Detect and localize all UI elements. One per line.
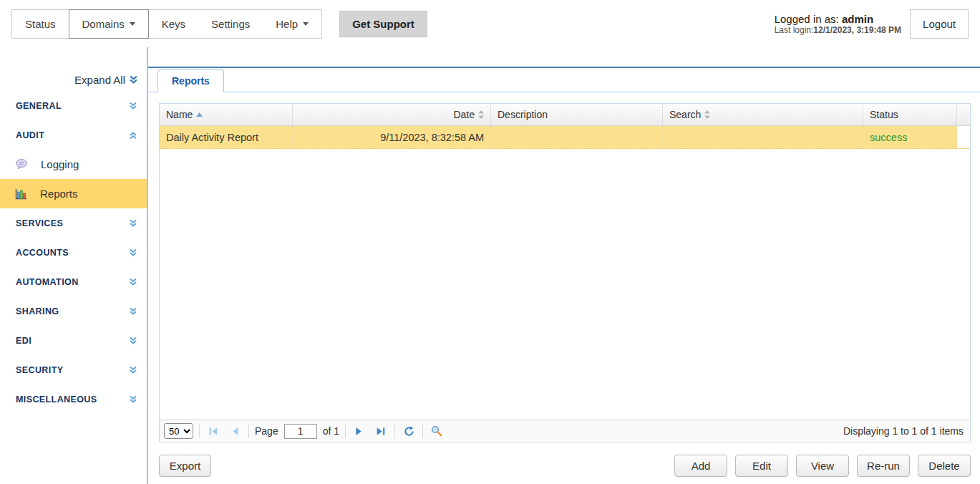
- refresh-button[interactable]: [401, 423, 417, 439]
- filter-search-button[interactable]: [429, 423, 445, 439]
- sidebar-item-reports[interactable]: Reports: [0, 179, 147, 208]
- table-header: Name Date Description Search Status: [160, 104, 970, 126]
- divider: [345, 424, 346, 438]
- page-of-label: of 1: [323, 425, 339, 437]
- delete-button[interactable]: Delete: [918, 455, 971, 477]
- divider: [199, 424, 200, 438]
- sidebar-item-automation[interactable]: AUTOMATION: [0, 267, 147, 296]
- sidebar-item-label: Reports: [40, 188, 78, 200]
- sort-ascending-icon: [196, 112, 203, 117]
- logout-button[interactable]: Logout: [910, 9, 969, 39]
- sidebar-item-label: SECURITY: [16, 365, 63, 375]
- action-button-bar: Export Add Edit View Re-run Delete: [159, 455, 971, 477]
- caret-down-icon: [303, 22, 309, 26]
- nav-settings-label: Settings: [211, 18, 250, 30]
- cell-search: [663, 126, 863, 148]
- first-page-button[interactable]: [205, 423, 221, 439]
- tab-bar: Reports: [148, 68, 980, 92]
- sidebar-item-general[interactable]: GENERAL: [0, 91, 147, 120]
- nav-domains-label: Domains: [82, 18, 125, 30]
- content-area: Reports Name Date Description Search: [148, 67, 980, 484]
- next-page-button[interactable]: [351, 423, 367, 439]
- column-header-description[interactable]: Description: [491, 104, 663, 125]
- sidebar-item-label: SERVICES: [16, 218, 63, 228]
- column-header-name[interactable]: Name: [160, 104, 293, 125]
- get-support-button[interactable]: Get Support: [339, 11, 427, 37]
- double-chevron-down-icon: [129, 219, 137, 228]
- logged-in-prefix: Logged in as:: [775, 13, 842, 25]
- sidebar-item-label: SHARING: [16, 306, 59, 316]
- magnifier-icon: [431, 425, 442, 437]
- pagination-summary: Displaying 1 to 1 of 1 items: [843, 425, 964, 437]
- edit-button[interactable]: Edit: [735, 455, 788, 477]
- divider: [422, 424, 423, 438]
- column-label: Status: [870, 109, 898, 120]
- sidebar-item-edi[interactable]: EDI: [0, 326, 147, 355]
- speech-bubble-icon: [15, 158, 29, 170]
- table-row[interactable]: Daily Activity Report 9/11/2023, 8:32:58…: [160, 126, 970, 149]
- divider: [394, 424, 395, 438]
- double-chevron-down-icon: [129, 395, 137, 404]
- double-chevron-down-icon: [129, 248, 137, 257]
- nav-domains[interactable]: Domains: [69, 9, 149, 39]
- refresh-icon: [404, 426, 414, 437]
- nav-keys[interactable]: Keys: [149, 10, 198, 38]
- expand-all-button[interactable]: Expand All: [0, 69, 147, 91]
- double-chevron-down-icon: [129, 307, 137, 316]
- sidebar-item-sharing[interactable]: SHARING: [0, 296, 147, 326]
- column-header-search[interactable]: Search: [663, 104, 863, 125]
- nav-status[interactable]: Status: [12, 10, 69, 38]
- cell-name: Daily Activity Report: [160, 126, 293, 148]
- bar-chart-icon: [15, 188, 28, 200]
- column-header-status[interactable]: Status: [863, 104, 957, 125]
- nav-status-label: Status: [25, 18, 56, 30]
- sidebar-item-miscellaneous[interactable]: MISCELLANEOUS: [0, 384, 147, 414]
- previous-page-button[interactable]: [227, 423, 243, 439]
- nav-help[interactable]: Help: [263, 10, 321, 38]
- double-chevron-up-icon: [129, 131, 137, 140]
- sidebar: Expand All GENERAL AUDIT Logging: [0, 47, 148, 484]
- sidebar-item-label: Logging: [41, 158, 79, 170]
- cell-status: success: [863, 126, 957, 148]
- pagination-bar: 50 Page of 1: [160, 420, 970, 442]
- last-page-icon: [376, 427, 386, 436]
- column-label: Date: [453, 109, 475, 120]
- last-page-button[interactable]: [373, 423, 389, 439]
- column-label: Description: [498, 109, 548, 120]
- page-number-input[interactable]: [284, 424, 317, 439]
- column-label: Search: [669, 109, 701, 120]
- sidebar-item-audit[interactable]: AUDIT: [0, 120, 147, 150]
- cell-spacer: [957, 126, 970, 148]
- divider: [248, 424, 249, 438]
- double-chevron-down-icon: [129, 278, 137, 286]
- tab-reports[interactable]: Reports: [157, 69, 224, 92]
- sidebar-item-label: AUDIT: [16, 130, 44, 140]
- page-size-select[interactable]: 50: [164, 423, 193, 439]
- nav-settings[interactable]: Settings: [198, 10, 263, 38]
- sort-both-icon: [478, 110, 484, 119]
- add-button[interactable]: Add: [674, 455, 727, 477]
- double-chevron-down-icon: [129, 337, 137, 345]
- sort-both-icon: [704, 110, 710, 119]
- column-header-date[interactable]: Date: [293, 104, 491, 125]
- column-header-spacer: [957, 104, 970, 125]
- sidebar-item-logging[interactable]: Logging: [0, 150, 147, 179]
- sidebar-item-services[interactable]: SERVICES: [0, 208, 147, 238]
- login-info: Logged in as: admin Last login:12/1/2023…: [775, 13, 901, 35]
- sidebar-item-accounts[interactable]: ACCOUNTS: [0, 238, 147, 267]
- next-page-icon: [355, 427, 364, 436]
- logged-in-user: admin: [842, 13, 873, 25]
- sidebar-item-label: EDI: [16, 336, 31, 346]
- view-button[interactable]: View: [796, 455, 849, 477]
- sidebar-item-label: MISCELLANEOUS: [16, 395, 97, 405]
- rerun-button[interactable]: Re-run: [857, 455, 910, 477]
- page-label: Page: [255, 425, 278, 437]
- nav-keys-label: Keys: [162, 18, 185, 30]
- reports-grid-panel: Name Date Description Search Status: [159, 103, 971, 442]
- sidebar-item-label: ACCOUNTS: [16, 248, 69, 258]
- first-page-icon: [208, 427, 218, 436]
- export-button[interactable]: Export: [159, 455, 211, 477]
- last-login-value: 12/1/2023, 3:19:48 PM: [813, 25, 901, 35]
- sidebar-item-security[interactable]: SECURITY: [0, 355, 147, 384]
- expand-all-label: Expand All: [74, 74, 125, 86]
